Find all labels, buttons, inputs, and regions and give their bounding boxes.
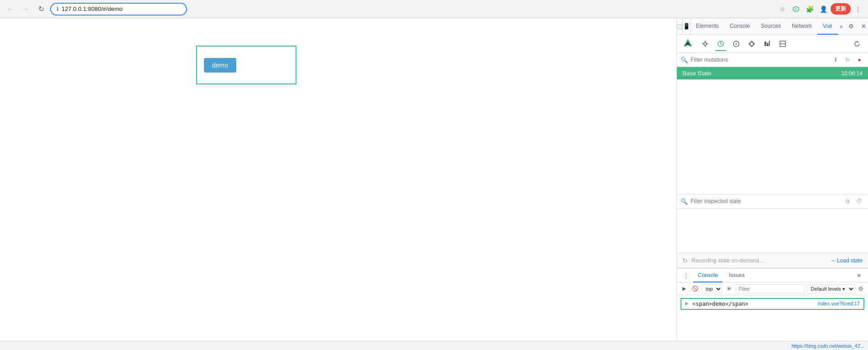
recording-text: Recording state on-demand... — [691, 257, 826, 264]
main-layout: demo ⬚ 📱 Elements Console Sources Networ… — [0, 18, 868, 341]
recording-footer: ↻ Recording state on-demand... → Load st… — [677, 253, 868, 268]
svg-rect-17 — [769, 41, 770, 46]
mutations-filter-bar: 🔍 ⬇ ↻ ● — [677, 53, 868, 67]
vue-pinia-button[interactable] — [760, 37, 774, 51]
menu-button[interactable]: ⋮ — [852, 3, 864, 16]
console-toolbar: ▶ 🚫 top 👁 Default levels ▾ ⚙ — [677, 282, 868, 295]
filter-refresh-btn[interactable]: ↻ — [842, 55, 852, 65]
inspected-section: 🔍 ⧉ ⏱ ↻ Recording state on-demand... → L… — [677, 194, 868, 268]
filter-record-btn[interactable]: ● — [854, 55, 864, 65]
vue-timeline-button[interactable] — [713, 37, 728, 51]
refresh-button[interactable]: ↻ — [35, 3, 47, 16]
svg-point-10 — [736, 43, 737, 44]
address-bar[interactable]: ℹ 127.0.0.1:8080/#/demo — [50, 3, 187, 16]
console-expand-btn[interactable]: ▶ — [680, 284, 689, 294]
console-context-select[interactable]: top — [702, 284, 722, 293]
base-state-label: Base State — [682, 70, 712, 77]
load-state-arrow: → — [830, 257, 835, 264]
vue-logo — [681, 37, 695, 51]
recording-icon: ↻ — [682, 257, 688, 264]
nav-bar: ← → ↻ ℹ 127.0.0.1:8080/#/demo ☆ V 🧩 👤 更新… — [0, 0, 868, 18]
devtools-tabs: ⬚ 📱 Elements Console Sources Network Vue… — [677, 18, 868, 35]
mutations-section: 🔍 ⬇ ↻ ● Base State 15:06:14 — [677, 53, 868, 194]
console-panel: ⋮ Console Issues ✕ ▶ 🚫 top 👁 — [677, 268, 868, 341]
address-text: 127.0.0.1:8080/#/demo — [62, 5, 123, 12]
tab-sources[interactable]: Sources — [755, 18, 786, 35]
console-menu-btn[interactable]: ⋮ — [681, 270, 691, 281]
mutations-filter-input[interactable] — [691, 57, 828, 63]
filter-download-btn[interactable]: ⬇ — [831, 55, 841, 65]
copy-state-btn[interactable]: ⧉ — [842, 196, 852, 206]
console-row-code: <span>demo</span> — [692, 301, 748, 307]
console-settings-btn[interactable]: ⚙ — [857, 284, 865, 293]
accounts-button[interactable]: 👤 — [817, 3, 830, 16]
console-filter-input[interactable] — [736, 284, 805, 293]
inspected-filter-input[interactable] — [691, 198, 840, 204]
base-state-row[interactable]: Base State 15:06:14 — [677, 67, 868, 79]
console-close-btn[interactable]: ✕ — [853, 270, 864, 281]
console-ban-btn[interactable]: 🚫 — [691, 284, 700, 294]
tab-console[interactable]: Console — [724, 18, 755, 35]
svg-text:V: V — [795, 8, 797, 11]
filter-search-icon: 🔍 — [681, 57, 688, 63]
status-url: https://blog.csdn.net/weixin_42... — [791, 343, 864, 349]
update-button[interactable]: 更新 — [831, 3, 851, 15]
base-state-time: 15:06:14 — [841, 70, 863, 77]
forward-button[interactable]: → — [19, 3, 32, 16]
browser-chrome: ← → ↻ ℹ 127.0.0.1:8080/#/demo ☆ V 🧩 👤 更新… — [0, 0, 868, 18]
extensions-button[interactable]: V — [790, 3, 802, 16]
vue-tool-right — [850, 37, 864, 51]
console-file-link[interactable]: index.vue?6ced:17 — [818, 301, 860, 306]
console-eye-btn[interactable]: 👁 — [724, 284, 733, 294]
console-levels-select[interactable]: Default levels ▾ — [807, 284, 855, 293]
devtools-tab-actions: ⚙ ✕ — [845, 20, 868, 33]
tab-console-bottom[interactable]: Console — [693, 269, 722, 282]
vue-routing-button[interactable] — [744, 37, 759, 51]
devtools-settings-button[interactable]: ⚙ — [845, 20, 858, 33]
vue-performance-button[interactable] — [729, 37, 743, 51]
vue-refresh-button[interactable] — [850, 37, 864, 51]
console-right: ✕ — [853, 270, 864, 281]
tab-issues[interactable]: Issues — [724, 269, 749, 282]
vue-components-button[interactable] — [698, 37, 712, 51]
vue-panel-content: 🔍 ⬇ ↻ ● Base State 15:06:14 — [677, 53, 868, 341]
back-button[interactable]: ← — [4, 3, 16, 16]
vue-toolbar — [677, 35, 868, 53]
puzzle-button[interactable]: 🧩 — [803, 3, 816, 16]
more-tabs[interactable]: » — [838, 23, 845, 30]
console-tabs: ⋮ Console Issues ✕ — [677, 269, 868, 282]
inspected-filter-bar: 🔍 ⧉ ⏱ — [677, 194, 868, 209]
vue-vuex-button[interactable] — [775, 37, 790, 51]
devtools-panel: ⬚ 📱 Elements Console Sources Network Vue… — [676, 18, 868, 341]
time-state-btn[interactable]: ⏱ — [854, 196, 864, 206]
load-state-link[interactable]: → Load state — [830, 257, 863, 264]
inspected-empty-area — [677, 209, 868, 253]
mutations-empty-area — [677, 79, 868, 194]
console-row: ▶ <span>demo</span> index.vue?6ced:17 — [681, 298, 864, 310]
svg-rect-15 — [764, 42, 766, 46]
tab-network[interactable]: Network — [786, 18, 817, 35]
mobile-icon[interactable]: 📱 — [683, 18, 691, 35]
star-button[interactable]: ☆ — [776, 3, 789, 16]
inspected-filter-actions: ⧉ ⏱ — [842, 196, 864, 206]
devtools-close-button[interactable]: ✕ — [858, 20, 868, 33]
filter-actions: ⬇ ↻ ● — [831, 55, 864, 65]
tab-vue[interactable]: Vue — [817, 18, 838, 35]
inspect-icon[interactable]: ⬚ — [677, 18, 683, 35]
console-content: ▶ <span>demo</span> index.vue?6ced:17 — [677, 295, 868, 341]
load-state-label: Load state — [837, 257, 863, 264]
nav-right-icons: ☆ V 🧩 👤 更新 ⋮ — [776, 3, 864, 16]
lock-icon: ℹ — [57, 6, 59, 12]
page-content: demo — [0, 18, 676, 341]
svg-point-4 — [704, 42, 707, 45]
status-bar: https://blog.csdn.net/weixin_42... — [0, 341, 868, 350]
tab-elements[interactable]: Elements — [691, 18, 724, 35]
svg-rect-16 — [767, 43, 769, 46]
demo-button[interactable]: demo — [204, 58, 236, 73]
console-row-expand[interactable]: ▶ — [685, 301, 689, 306]
demo-box: demo — [196, 46, 296, 84]
inspected-filter-icon: 🔍 — [681, 198, 688, 205]
